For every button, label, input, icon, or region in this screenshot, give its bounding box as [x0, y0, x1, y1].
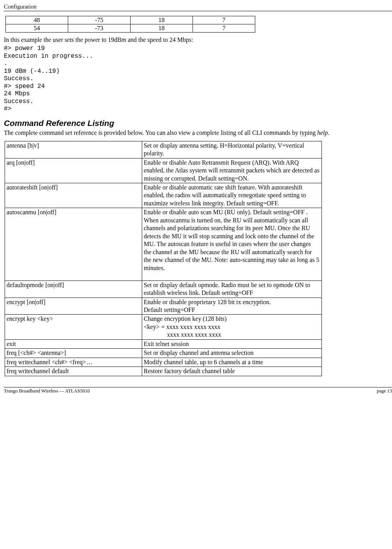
- command-cell: freq [<ch#> <antenna>]: [5, 349, 142, 358]
- description-cell: Modify channel table, up to 6 channels a…: [142, 358, 322, 367]
- intro-text-em: help: [317, 129, 328, 136]
- intro-text-pre: The complete command set reference is pr…: [4, 129, 317, 136]
- description-cell: Enable or disable Auto Retransmit Reques…: [142, 158, 322, 183]
- table-row: encrypt key <key> Change encryption key …: [5, 315, 322, 339]
- cell: 7: [193, 24, 255, 33]
- numeric-table: 48 -75 18 7 54 -73 18 7: [5, 16, 255, 33]
- command-reference-table: antenna [h|v] Set or display antenna set…: [5, 141, 322, 376]
- table-row: autorateshift [on|off] Enable or disable…: [5, 183, 322, 208]
- command-cell: exit: [5, 339, 142, 348]
- table-row: 54 -73 18 7: [6, 24, 255, 33]
- table-row: freq writechannel <ch#> <freq>… Modify c…: [5, 358, 322, 367]
- intro-paragraph: In this example the user sets the power …: [4, 36, 392, 43]
- page-footer: Trango Broadband Wireless — ATLAS5010 pa…: [4, 387, 392, 394]
- command-cell: freq writechannel <ch#> <freq>…: [5, 358, 142, 367]
- section-intro: The complete command set reference is pr…: [4, 129, 392, 136]
- table-row: antenna [h|v] Set or display antenna set…: [5, 141, 322, 158]
- footer-right: page 13: [377, 388, 392, 394]
- desc-line: Change encryption key (128 bits): [144, 315, 227, 322]
- command-cell: encrypt [on|off]: [5, 298, 142, 315]
- table-row: exit Exit telnet session: [5, 339, 322, 348]
- cell: -75: [68, 16, 131, 24]
- description-cell: Set or display channel and antenna selec…: [142, 349, 322, 358]
- description-cell: Set or display antenna setting. H=Horizo…: [142, 141, 322, 158]
- desc-line-indented: xxxx xxxx xxxx xxxx: [144, 331, 320, 339]
- command-cell: autoscanmu [on|off]: [5, 208, 142, 281]
- table-row: freq [<ch#> <antenna>] Set or display ch…: [5, 349, 322, 358]
- description-cell: Enable or disable automatic rate shift f…: [142, 183, 322, 208]
- cell: -73: [68, 24, 131, 33]
- footer-left: Trango Broadband Wireless — ATLAS5010: [4, 388, 90, 394]
- intro-text-post: .: [328, 129, 330, 136]
- console-output: #> power 19 Execution in progress... . 1…: [4, 45, 392, 113]
- table-row: freq writechannel default Restore factor…: [5, 367, 322, 376]
- table-row: 48 -75 18 7: [6, 16, 255, 24]
- command-cell: autorateshift [on|off]: [5, 183, 142, 208]
- cell: 18: [131, 16, 193, 24]
- command-cell: freq writechannel default: [5, 367, 142, 376]
- description-cell: Enable or disable auto scan MU (RU only)…: [142, 208, 322, 281]
- header-title: Configuration: [4, 3, 36, 10]
- command-cell: arq [on|off]: [5, 158, 142, 183]
- section-heading: Command Reference Listing: [4, 119, 392, 128]
- table-row: encrypt [on|off] Enable or disable propr…: [5, 298, 322, 315]
- desc-line: <key> = xxxx xxxx xxxx xxxx: [144, 324, 220, 330]
- table-row: arq [on|off] Enable or disable Auto Retr…: [5, 158, 322, 183]
- cell: 54: [6, 24, 68, 33]
- description-cell: Enable or disable proprietary 128 bit tx…: [142, 298, 322, 315]
- command-cell: defaultopmode [on|off]: [5, 281, 142, 298]
- command-cell: encrypt key <key>: [5, 315, 142, 339]
- cell: 7: [193, 16, 255, 24]
- description-cell: Change encryption key (128 bits) <key> =…: [142, 315, 322, 339]
- table-row: defaultopmode [on|off] Set or display de…: [5, 281, 322, 298]
- cell: 18: [131, 24, 193, 33]
- description-cell: Exit telnet session: [142, 339, 322, 348]
- description-cell: Restore factory default channel table: [142, 367, 322, 376]
- table-row: autoscanmu [on|off] Enable or disable au…: [5, 208, 322, 281]
- description-cell: Set or display default opmode. Radio mus…: [142, 281, 322, 298]
- cell: 48: [6, 16, 68, 24]
- page-header: Configuration: [4, 3, 392, 11]
- command-cell: antenna [h|v]: [5, 141, 142, 158]
